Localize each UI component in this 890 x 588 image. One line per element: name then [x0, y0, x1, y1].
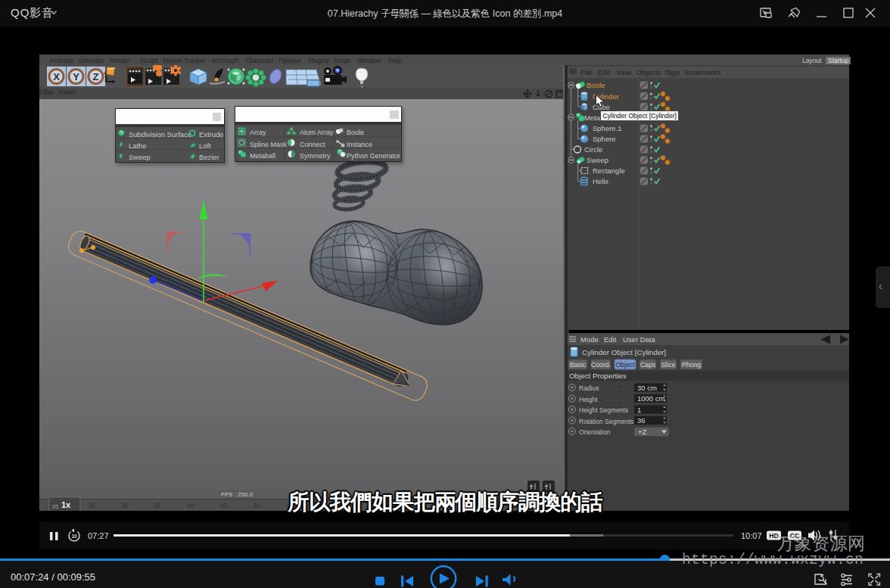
svg-text:View: View — [616, 68, 632, 76]
svg-text:Atom Array: Atom Array — [300, 129, 334, 136]
svg-text:Cylinder Object [Cylinder]: Cylinder Object [Cylinder] — [582, 348, 666, 356]
svg-text:Z: Z — [93, 71, 99, 82]
svg-text:1: 1 — [637, 406, 641, 414]
svg-text:X: X — [53, 71, 60, 82]
svg-text:Rotation Segments: Rotation Segments — [579, 418, 633, 425]
svg-text:Bezier: Bezier — [199, 153, 219, 161]
svg-text:+Z: +Z — [638, 428, 647, 436]
svg-text:Array: Array — [250, 129, 266, 136]
svg-text:Sweep: Sweep — [587, 156, 608, 164]
svg-text:Object Properties: Object Properties — [569, 372, 627, 380]
svg-text:Y: Y — [73, 71, 79, 82]
svg-text:30 cm: 30 cm — [637, 384, 657, 392]
svg-text:Coord.: Coord. — [591, 361, 611, 369]
svg-text:Phong: Phong — [682, 361, 702, 369]
svg-text:10: 10 — [71, 534, 77, 539]
svg-text:07:27: 07:27 — [88, 531, 109, 540]
svg-text:10:07: 10:07 — [741, 531, 762, 540]
svg-text:Tags: Tags — [664, 68, 680, 76]
svg-text:Sphere: Sphere — [593, 135, 616, 143]
svg-text:Caps: Caps — [640, 361, 656, 369]
svg-text:Height: Height — [579, 396, 598, 403]
svg-text:Python Generator: Python Generator — [347, 152, 400, 160]
svg-text:Extrude: Extrude — [199, 130, 223, 138]
svg-text:Circle: Circle — [584, 145, 602, 154]
svg-text:Boole: Boole — [587, 81, 605, 89]
svg-text:Instance: Instance — [347, 141, 372, 148]
svg-text:Mode: Mode — [580, 335, 599, 344]
svg-text:Basic: Basic — [570, 361, 587, 369]
svg-text:Metaball: Metaball — [250, 152, 275, 160]
svg-text:1000 cm: 1000 cm — [637, 394, 665, 403]
svg-text:Helix: Helix — [593, 177, 608, 185]
svg-text:Slice: Slice — [661, 361, 675, 369]
svg-text:Edit: Edit — [598, 68, 611, 76]
svg-text:Connect: Connect — [300, 141, 325, 148]
svg-text:Radius: Radius — [579, 384, 599, 392]
svg-text:Spline Mask: Spline Mask — [250, 141, 288, 148]
svg-text:File: File — [580, 68, 592, 76]
svg-text:Boole: Boole — [347, 129, 364, 136]
svg-text:Objects: Objects — [636, 68, 661, 76]
svg-text:36: 36 — [637, 416, 646, 425]
svg-text:Loft: Loft — [199, 142, 211, 150]
svg-text:Edit: Edit — [604, 335, 617, 344]
svg-text:Sphere.1: Sphere.1 — [593, 124, 622, 132]
svg-text:User Data: User Data — [623, 335, 655, 344]
svg-text:Sweep: Sweep — [129, 153, 151, 161]
svg-text:Bookmarks: Bookmarks — [685, 68, 721, 76]
svg-text:Object: Object — [615, 361, 635, 369]
svg-text:Rectangle: Rectangle — [593, 166, 625, 175]
svg-text:00:07:24 / 00:09:55: 00:07:24 / 00:09:55 — [11, 571, 95, 583]
svg-text:Symmetry: Symmetry — [300, 152, 331, 160]
svg-text:Orientation: Orientation — [579, 428, 611, 436]
svg-text:Lathe: Lathe — [129, 142, 146, 150]
svg-text:Subdivision Surface: Subdivision Surface — [129, 130, 191, 138]
svg-text:Height Segments: Height Segments — [579, 406, 628, 414]
